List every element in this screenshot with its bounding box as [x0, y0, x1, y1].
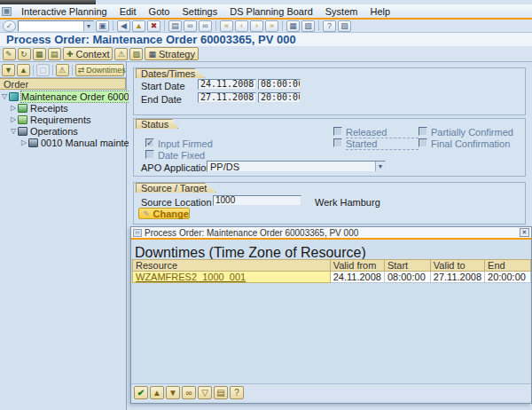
resource-link[interactable]: WZAMFRES2_1000_001: [136, 272, 246, 282]
alert-button[interactable]: ⚠: [114, 48, 128, 60]
cancel-icon[interactable]: ✖: [147, 20, 160, 32]
source-location-value: 1000: [215, 195, 235, 205]
menu-system[interactable]: System: [319, 6, 364, 17]
help-icon[interactable]: ?: [230, 386, 244, 399]
downtimes-button-label: Downtimes: [86, 65, 126, 75]
print-icon[interactable]: ▤: [214, 386, 228, 399]
context-button-label: Context: [76, 49, 110, 59]
start-time-value: 08:00:00: [261, 79, 301, 89]
source-location-field[interactable]: 1000: [213, 195, 301, 206]
tree-header: Order: [0, 78, 126, 90]
status-tab: Status: [136, 119, 178, 129]
title-bar: Process Order: Maintenance Order 6000336…: [0, 33, 532, 46]
close-icon[interactable]: ✕: [520, 228, 529, 237]
tree-item-label: Receipts: [30, 103, 68, 114]
partially-confirmed-checkbox[interactable]: [419, 127, 427, 136]
dialog-title-bar[interactable]: ▭ Process Order: Maintenance Order 60003…: [131, 227, 531, 238]
shortcut-icon[interactable]: ▧: [301, 20, 315, 32]
toolbar-separator: [215, 20, 216, 31]
expand-icon[interactable]: ▷: [9, 115, 18, 123]
previous-page-icon[interactable]: ‹: [235, 20, 248, 32]
downtimes-dialog: ▭ Process Order: Maintenance Order 60003…: [130, 226, 532, 404]
collapse-icon[interactable]: ▽: [0, 92, 9, 100]
find-icon[interactable]: ∞: [182, 386, 196, 399]
save-icon[interactable]: ▣: [96, 20, 109, 32]
tree-item-operation-0010[interactable]: ▷ 0010 Manual maintenance: [0, 137, 126, 148]
command-input[interactable]: ▼: [18, 20, 94, 32]
menu-edit[interactable]: Edit: [113, 6, 143, 17]
command-dropdown-icon[interactable]: ▼: [83, 21, 93, 31]
started-checkbox[interactable]: [333, 138, 342, 147]
sort-descending-icon[interactable]: ▼: [166, 386, 180, 399]
menu-settings[interactable]: Settings: [176, 6, 223, 17]
released-checkbox[interactable]: [333, 127, 342, 136]
tree-item-label: Requirements: [30, 114, 90, 125]
date-fixed-checkbox[interactable]: [145, 150, 154, 159]
tree-item-requirements[interactable]: ▷ Requirements: [0, 114, 126, 125]
display-button[interactable]: ▤: [48, 48, 61, 60]
back-icon[interactable]: ◀: [117, 20, 130, 32]
expand-icon[interactable]: ▷: [20, 138, 28, 146]
edit-button[interactable]: ✎: [3, 48, 16, 60]
downtimes-button[interactable]: ⇄ Downtimes: [75, 64, 124, 76]
expand-all-button[interactable]: ▼: [2, 64, 15, 76]
last-page-icon[interactable]: »: [265, 20, 278, 32]
application-toolbar: ✎ ↻ ▦ ▤ ✚ Context ⚠ ▨ ▦ Strategy: [0, 46, 532, 62]
find-icon[interactable]: ∞: [184, 20, 197, 32]
downtimes-table: Resource Valid from Start Valid to End W…: [132, 259, 531, 283]
operations-icon: [18, 127, 27, 136]
tree-item-maintenance-order[interactable]: ▽ Maintenance Order 60003365: [0, 91, 126, 102]
menu-interactive-planning[interactable]: Interactive Planning: [15, 6, 113, 17]
help-icon[interactable]: ?: [323, 20, 336, 32]
sort-ascending-icon[interactable]: ▲: [150, 386, 164, 399]
alerts-button[interactable]: ⚠: [56, 64, 69, 76]
strategy-button[interactable]: ▦ Strategy: [145, 47, 198, 60]
source-target-groupbox: Source / Target Source Location 1000 Wer…: [133, 182, 526, 225]
date-fixed-label: Date Fixed: [158, 150, 205, 161]
start-time-field[interactable]: 08:00:00: [258, 79, 301, 90]
refresh-button[interactable]: ↻: [18, 48, 31, 60]
enter-icon[interactable]: ✓: [3, 20, 16, 32]
resource-cell[interactable]: WZAMFRES2_1000_001: [133, 272, 331, 283]
customize-icon[interactable]: ▨: [338, 20, 351, 32]
apo-application-dropdown[interactable]: PP/DS ▼: [207, 161, 386, 172]
change-button[interactable]: ✎ Change: [138, 208, 190, 219]
end-date-field[interactable]: 27.11.2008: [198, 92, 256, 103]
pencil-icon: ✎: [143, 209, 150, 218]
confirm-icon[interactable]: ✔: [134, 386, 148, 399]
print-icon[interactable]: ▤: [168, 20, 182, 32]
detail-button[interactable]: ▦: [33, 48, 46, 60]
expand-icon[interactable]: ▷: [9, 104, 18, 112]
dropdown-icon[interactable]: ▼: [375, 162, 385, 171]
start-date-field[interactable]: 24.11.2008: [198, 79, 256, 90]
receipts-icon: [18, 104, 27, 113]
tree-item-operations[interactable]: ▽ Operations: [0, 125, 126, 137]
find-next-icon[interactable]: ∞: [199, 20, 212, 32]
menu-help[interactable]: Help: [364, 6, 396, 17]
end-time-field[interactable]: 20:00:00: [258, 92, 301, 103]
start-date-label: Start Date: [141, 81, 185, 91]
collapse-all-button[interactable]: ▲: [17, 64, 30, 76]
standard-toolbar: ✓ ▼ ▣ ◀ ▲ ✖ ▤ ∞ ∞ « ‹ › » ▦ ▧ ? ▨: [0, 20, 532, 33]
exit-icon[interactable]: ▲: [132, 20, 145, 32]
chart-button[interactable]: ▨: [129, 48, 143, 60]
first-page-icon[interactable]: «: [220, 20, 233, 32]
end-date-value: 27.11.2008: [200, 92, 254, 102]
new-session-icon[interactable]: ▦: [286, 20, 300, 32]
collapse-icon[interactable]: ▽: [9, 127, 18, 135]
alert-icon: ⚠: [59, 65, 66, 75]
next-page-icon[interactable]: ›: [250, 20, 263, 32]
strategy-icon: ▦: [148, 50, 156, 59]
column-valid-from: Valid from: [330, 260, 384, 272]
menu-goto[interactable]: Goto: [143, 6, 176, 17]
toolbar-separator: [33, 65, 34, 75]
tree-item-label: Operations: [30, 126, 78, 137]
tree-toolbar: ▼ ▲ ▢ ⚠ ⇄ Downtimes: [0, 62, 126, 78]
final-confirmation-checkbox[interactable]: [419, 138, 427, 147]
menu-ds-planning-board[interactable]: DS Planning Board: [223, 6, 319, 17]
context-button[interactable]: ✚ Context: [63, 47, 113, 60]
filter-icon[interactable]: ▽: [198, 386, 212, 399]
system-menu-icon[interactable]: ▦: [2, 7, 12, 16]
tree-item-receipts[interactable]: ▷ Receipts: [0, 102, 126, 114]
input-firmed-checkbox[interactable]: [145, 138, 154, 147]
